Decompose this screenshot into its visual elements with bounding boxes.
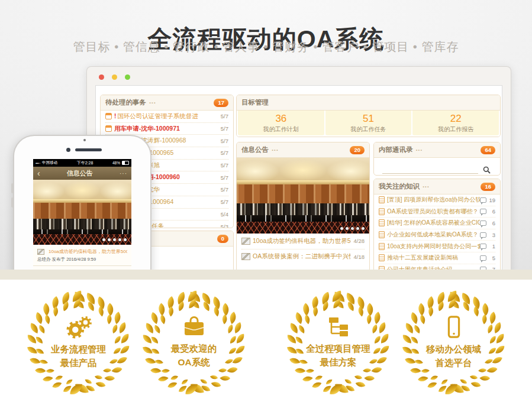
calendar-icon (105, 113, 112, 119)
knowledge-item[interactable]: 10oa支持内外网同时登陆办公同一套数据？ 1 (379, 241, 495, 252)
window-controls (99, 74, 130, 80)
panel-title: 目标管理 (241, 98, 269, 107)
knowledge-item[interactable]: 公司十周年庆典活动介绍 7 (379, 264, 495, 276)
panel-news: 信息公告 ··· 20 10oa成功签约倍科电器，助力世界500强 (236, 142, 370, 272)
calendar-icon (105, 125, 112, 132)
carousel-dot (362, 227, 365, 230)
todo-date: 5/4 (221, 211, 228, 218)
panel-contacts-header[interactable]: 内部通讯录 ··· 64 (374, 142, 500, 158)
search-icon[interactable] (483, 166, 491, 174)
volume-down-button[interactable] (11, 197, 14, 208)
volume-up-button[interactable] (11, 183, 14, 193)
stat-work-tasks[interactable]: 51 我的工作任务 (325, 111, 412, 135)
document-icon (379, 266, 385, 273)
contact-search-input[interactable] (382, 163, 478, 174)
urgent-mark: ! (114, 113, 116, 119)
document-icon (379, 196, 385, 203)
todo-item[interactable]: ! 国环公司认证管理子系统督进 5/7 (105, 111, 228, 123)
todo-date: 5/7 (221, 162, 228, 168)
count-badge: 64 (481, 146, 495, 154)
carousel-dots[interactable] (340, 227, 365, 230)
phone-sensor-icon (83, 139, 86, 141)
knowledge-item[interactable]: 推动十二五发展建设新闻稿 5 (379, 252, 495, 264)
award-line2: 首选平台 (426, 356, 481, 369)
carousel-dot (108, 238, 111, 241)
hero-section: 全流程驱动的OA系统 管目标 • 管信息 • 管行政 • 管人事 • 管财务 •… (0, 0, 532, 280)
phone-news-meta: 总经办 发布于 2016/4/28 9:59 (37, 257, 127, 262)
todo-date: 5/3 (221, 223, 228, 228)
carousel-dot (340, 227, 343, 230)
panel-goals: 目标管理 36 我的工作计划 51 我的工作任务 22 我 (236, 95, 501, 137)
count-badge: 16 (481, 183, 495, 191)
award-badge-bpm: 业务流程管理 最佳产品 (24, 288, 133, 397)
award-line1: 移动办公领域 (426, 342, 481, 356)
panel-news-header[interactable]: 信息公告 ··· 20 (237, 142, 369, 158)
panel-title: 我关注的知识 (379, 182, 420, 191)
news-photo[interactable] (237, 158, 369, 234)
phone-camera-icon (66, 148, 70, 152)
count-badge: 0 (217, 235, 228, 243)
phone-news-item[interactable]: 10oa成功签约倍科电器，助力世界500强 总经办 发布于 2016/4/28 … (33, 245, 131, 266)
document-icon (379, 208, 385, 215)
todo-date: 5/7 (221, 138, 228, 144)
more-dots-icon[interactable]: ··· (423, 183, 430, 190)
comment-count: 19 (488, 197, 495, 203)
award-badge-mobile: 移动办公领域 首选平台 (399, 288, 508, 397)
carousel-dot (346, 227, 349, 230)
knowledge-item[interactable]: 小企业如何低成本地采购OA系统？ 3 (379, 229, 495, 241)
more-dots-icon[interactable]: ··· (149, 99, 156, 106)
more-dots-icon[interactable]: ··· (416, 147, 423, 154)
carousel-dot (351, 227, 354, 230)
todo-date: 5/7 (221, 199, 228, 205)
knowledge-item[interactable]: 周六爬山公益活动 5 (379, 275, 495, 280)
panel-title: 信息公告 (241, 145, 269, 154)
comment-icon (480, 267, 486, 272)
stat-work-plans[interactable]: 36 我的工作计划 (238, 111, 324, 135)
carousel-dots[interactable] (102, 238, 127, 241)
comment-count: 1 (488, 243, 495, 249)
image-icon (37, 249, 44, 255)
phone-mockup: •••◦◦ 中国移动 下午2:28 48% ‹ 信息公告 ··· (13, 135, 151, 280)
phone-news-photo[interactable] (33, 180, 131, 245)
document-icon (379, 231, 385, 238)
image-icon (241, 253, 250, 260)
maximize-window-icon[interactable] (125, 74, 130, 80)
news-item[interactable]: OA系统替换案例：二进制携手中兴恒业 4/18 (241, 249, 365, 265)
knowledge-item[interactable]: [置顶] 四项原则帮你选oa协同办公软件 19 (379, 194, 495, 206)
clock-label: 下午2:28 (59, 160, 111, 166)
award-line2: 最佳产品 (51, 356, 106, 369)
awards-section: 业务流程管理 最佳产品 最受欢迎的 OA系统 (0, 280, 532, 402)
news-date: 4/18 (354, 254, 365, 260)
comment-count: 6 (488, 220, 495, 226)
page: 全流程驱动的OA系统 管目标 • 管信息 • 管行政 • 管人事 • 管财务 •… (0, 0, 532, 402)
phone-speaker-icon (75, 148, 102, 151)
comment-icon (480, 278, 486, 280)
award-line1: 最受欢迎的 (171, 342, 217, 355)
minimize-window-icon[interactable] (112, 74, 117, 80)
count-badge: 20 (350, 146, 365, 154)
smartphone-icon (446, 315, 462, 339)
todo-date: 5/7 (221, 113, 228, 119)
carousel-dot (124, 238, 127, 241)
award-line2: OA系统 (171, 355, 217, 369)
todo-date: 5/7 (221, 174, 228, 181)
knowledge-item[interactable]: [精华] 怎样的OA系统容易被企业CIO接受？ 6 (379, 218, 495, 229)
more-dots-icon[interactable]: ··· (272, 147, 279, 154)
panel-title: 待处理的事务 (105, 98, 146, 107)
panel-goals-header: 目标管理 (237, 95, 500, 111)
more-dots-icon[interactable]: ··· (120, 170, 127, 177)
browser-content: 待处理的事务 ··· 17 ! 国环公司认证管理子系统督进 5/7 用车申请-沈… (95, 85, 502, 280)
todo-item[interactable]: 用车申请-沈华-1000971 5/7 (105, 123, 228, 135)
close-window-icon[interactable] (99, 74, 104, 80)
carousel-dot (118, 238, 121, 241)
comment-icon (480, 232, 486, 238)
news-date: 4/28 (354, 238, 365, 244)
news-item[interactable]: 10oa成功签约倍科电器，助力世界500强 4/28 (241, 234, 365, 249)
comment-icon (480, 221, 486, 226)
knowledge-item[interactable]: OA系统管理员岗位职责都有哪些？ 6 (379, 206, 495, 218)
panel-todo-header[interactable]: 待处理的事务 ··· 17 (101, 95, 233, 111)
carrier-label: 中国移动 (42, 160, 57, 166)
stat-work-reports[interactable]: 22 我的工作报告 (412, 111, 499, 135)
comment-icon (480, 209, 486, 214)
panel-knowledge-header[interactable]: 我关注的知识 ··· 16 (374, 179, 500, 194)
